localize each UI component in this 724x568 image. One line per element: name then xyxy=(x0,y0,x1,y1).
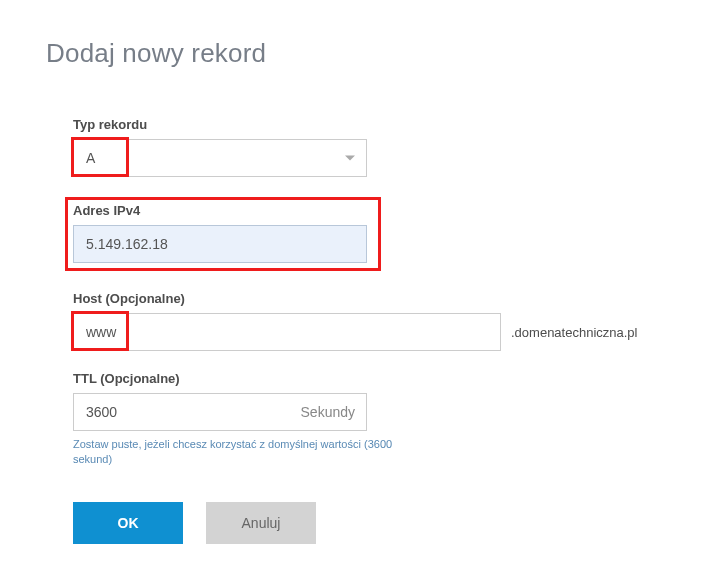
ttl-label: TTL (Opcjonalne) xyxy=(73,371,678,386)
page-title: Dodaj nowy rekord xyxy=(46,38,678,69)
record-type-value: A xyxy=(86,150,95,166)
host-group: Host (Opcjonalne) .domenatechniczna.pl xyxy=(73,291,678,351)
ttl-hint: Zostaw puste, jeżeli chcesz korzystać z … xyxy=(73,437,433,468)
cancel-button[interactable]: Anuluj xyxy=(206,502,316,544)
record-type-group: Typ rekordu A xyxy=(73,117,678,177)
domain-suffix: .domenatechniczna.pl xyxy=(511,325,637,340)
record-type-label: Typ rekordu xyxy=(73,117,678,132)
dns-record-form: Typ rekordu A Adres IPv4 Host (Opcjonaln… xyxy=(46,117,678,468)
ttl-group: TTL (Opcjonalne) Sekundy Zostaw puste, j… xyxy=(73,371,678,468)
ok-button[interactable]: OK xyxy=(73,502,183,544)
ttl-input[interactable] xyxy=(73,393,367,431)
host-input[interactable] xyxy=(73,313,501,351)
record-type-select[interactable]: A xyxy=(73,139,367,177)
ipv4-group: Adres IPv4 xyxy=(65,197,381,271)
host-label: Host (Opcjonalne) xyxy=(73,291,678,306)
ipv4-label: Adres IPv4 xyxy=(73,203,373,218)
chevron-down-icon xyxy=(345,156,355,161)
button-row: OK Anuluj xyxy=(46,502,678,544)
ipv4-input[interactable] xyxy=(73,225,367,263)
